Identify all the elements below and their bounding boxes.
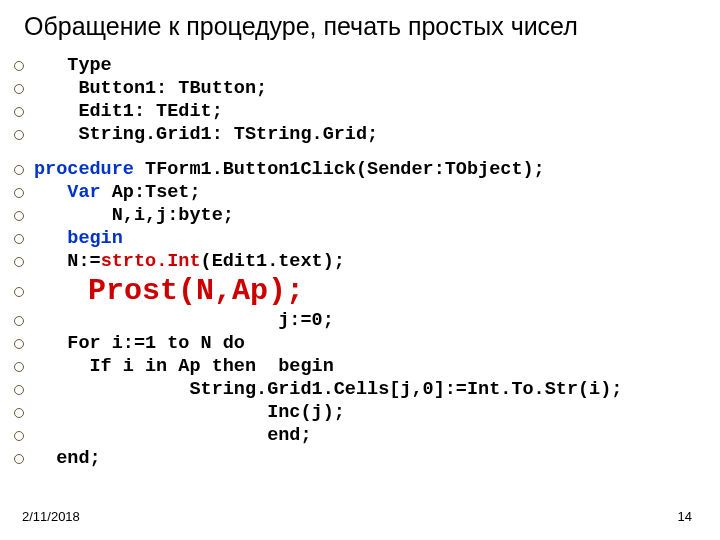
code-line: Button1: TButton; bbox=[14, 78, 720, 99]
bullet-icon bbox=[14, 339, 24, 349]
bullet-icon bbox=[14, 188, 24, 198]
bullet-icon bbox=[14, 130, 24, 140]
bullet-icon bbox=[14, 211, 24, 221]
code-block: Type Button1: TButton; Edit1: TEdit; Str… bbox=[0, 51, 720, 469]
code-line: N,i,j:byte; bbox=[14, 205, 720, 226]
bullet-icon bbox=[14, 257, 24, 267]
footer-page-number: 14 bbox=[678, 509, 692, 524]
code-line: procedure TForm1.Button1Click(Sender:TOb… bbox=[14, 159, 720, 180]
code-line: j:=0; bbox=[14, 310, 720, 331]
bullet-icon bbox=[14, 234, 24, 244]
bullet-icon bbox=[14, 454, 24, 464]
code-line: For i:=1 to N do bbox=[14, 333, 720, 354]
code-line: end; bbox=[14, 425, 720, 446]
bullet-icon bbox=[14, 61, 24, 71]
code-line: If i in Ap then begin bbox=[14, 356, 720, 377]
slide-title: Обращение к процедуре, печать простых чи… bbox=[0, 0, 720, 51]
footer-date: 2/11/2018 bbox=[22, 509, 80, 524]
bullet-icon bbox=[14, 107, 24, 117]
code-line: String.Grid1.Cells[j,0]:=Int.To.Str(i); bbox=[14, 379, 720, 400]
code-line-call: Prost(N,Ap); bbox=[14, 274, 720, 308]
bullet-icon bbox=[14, 385, 24, 395]
bullet-icon bbox=[14, 165, 24, 175]
bullet-icon bbox=[14, 316, 24, 326]
code-line: Var Ap:Tset; bbox=[14, 182, 720, 203]
code-line: Inc(j); bbox=[14, 402, 720, 423]
code-line: end; bbox=[14, 448, 720, 469]
bullet-icon bbox=[14, 431, 24, 441]
code-line: N:=strto.Int(Edit1.text); bbox=[14, 251, 720, 272]
bullet-icon bbox=[14, 84, 24, 94]
bullet-icon bbox=[14, 362, 24, 372]
code-line: begin bbox=[14, 228, 720, 249]
code-line: String.Grid1: TString.Grid; bbox=[14, 124, 720, 145]
code-line: Type bbox=[14, 55, 720, 76]
bullet-icon bbox=[14, 408, 24, 418]
bullet-icon bbox=[14, 287, 24, 297]
code-line: Edit1: TEdit; bbox=[14, 101, 720, 122]
